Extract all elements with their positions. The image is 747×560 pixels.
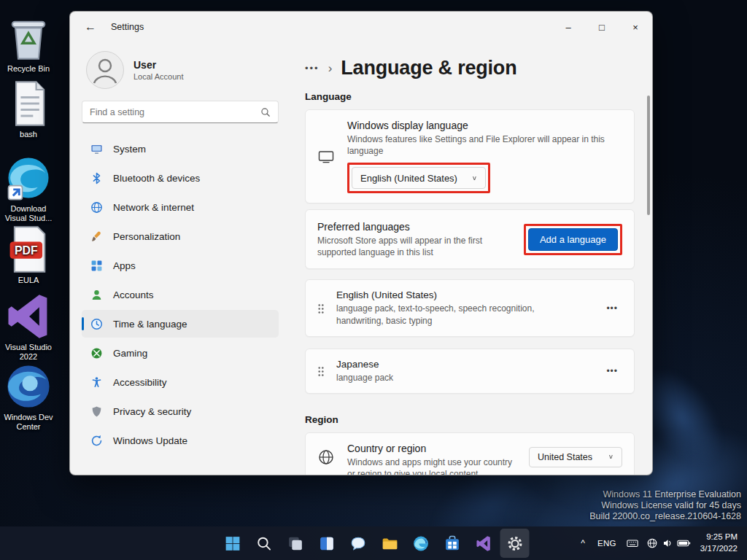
- breadcrumb: ••• › Language & region: [305, 57, 635, 79]
- titlebar: ← Settings – □ ×: [70, 12, 652, 42]
- touch-keyboard-button[interactable]: [623, 530, 642, 556]
- language-item-english: English (United States) language pack, t…: [305, 279, 635, 336]
- drag-handle-icon[interactable]: [317, 365, 324, 376]
- network-volume-battery-flyout[interactable]: [643, 530, 694, 556]
- network-icon: [646, 537, 658, 549]
- maximize-button[interactable]: □: [585, 12, 619, 42]
- search-input[interactable]: [90, 107, 260, 117]
- language-item-description: language pack: [336, 372, 393, 384]
- start-button[interactable]: [218, 529, 247, 558]
- svg-text:PDF: PDF: [15, 244, 38, 257]
- windows-logo-icon: [223, 534, 241, 553]
- taskbar-search-button[interactable]: [249, 529, 279, 558]
- visual-studio-button[interactable]: [469, 529, 498, 558]
- language-item-title: English (United States): [336, 289, 581, 300]
- window-title: Settings: [111, 22, 144, 32]
- microsoft-store-button[interactable]: [438, 529, 467, 558]
- browser-shortcut-icon: [2, 152, 55, 204]
- widgets-button[interactable]: [312, 529, 341, 558]
- sidebar-item-gaming[interactable]: Gaming: [82, 339, 279, 367]
- clock-icon: [90, 318, 103, 330]
- desktop-icon-recycle-bin[interactable]: Recycle Bin: [2, 12, 55, 74]
- desktop-icon-eula[interactable]: PDF EULA: [2, 223, 55, 285]
- chevron-down-icon: ∨: [608, 454, 614, 460]
- sidebar-item-label: Apps: [113, 260, 136, 271]
- desktop-icon-label: Download Visual Stud...: [5, 204, 53, 222]
- eval-watermark: Windows 11 Enterprise Evaluation Windows…: [589, 489, 741, 522]
- desktop-icon-bash[interactable]: bash: [2, 77, 55, 139]
- sidebar-item-personalization[interactable]: Personalization: [82, 222, 279, 250]
- sidebar-item-privacy-security[interactable]: Privacy & security: [82, 397, 279, 425]
- drag-handle-icon[interactable]: [317, 303, 324, 314]
- clock[interactable]: 9:25 PM 3/17/2022: [695, 532, 744, 554]
- card-description: Windows and apps might use your country …: [347, 456, 516, 475]
- sidebar-item-label: Accessibility: [113, 377, 167, 388]
- settings-window: ← Settings – □ × User Local Account: [69, 11, 653, 475]
- breadcrumb-ellipsis-button[interactable]: •••: [305, 63, 320, 74]
- display-icon: [317, 148, 335, 166]
- desktop-icon-download-visual-studio[interactable]: Download Visual Stud...: [2, 152, 55, 223]
- language-item-description: language pack, text-to-speech, speech re…: [336, 303, 581, 326]
- sidebar-item-label: Bluetooth & devices: [113, 173, 200, 184]
- desktop-icon-windows-dev-center[interactable]: Windows Dev Center: [2, 360, 55, 432]
- shield-icon: [90, 405, 103, 418]
- settings-nav: System Bluetooth & devices Network & int…: [82, 135, 279, 454]
- desktop-icon-visual-studio-2022[interactable]: Visual Studio 2022: [2, 290, 55, 362]
- close-button[interactable]: ×: [619, 12, 652, 42]
- xbox-icon: [90, 347, 103, 359]
- sidebar-item-label: Network & internet: [113, 202, 194, 213]
- sidebar-item-label: Windows Update: [113, 435, 187, 446]
- country-region-dropdown[interactable]: United States ∨: [529, 447, 622, 467]
- chevron-right-icon: ›: [328, 61, 333, 76]
- sidebar-item-network-internet[interactable]: Network & internet: [82, 193, 279, 221]
- watermark-line: Windows License valid for 45 days: [589, 500, 741, 511]
- text-file-icon: [2, 77, 55, 130]
- chat-button[interactable]: [344, 529, 373, 558]
- dropdown-value: United States: [538, 452, 592, 462]
- more-options-icon[interactable]: •••: [602, 363, 622, 379]
- sidebar-item-windows-update[interactable]: Windows Update: [82, 427, 279, 454]
- settings-content: ••• › Language & region Language Windows…: [289, 42, 652, 475]
- pdf-file-icon: PDF: [2, 223, 55, 276]
- add-a-language-button[interactable]: Add a language: [528, 228, 618, 251]
- display-language-dropdown[interactable]: English (United States) ∨: [352, 167, 486, 189]
- sidebar-item-accessibility[interactable]: Accessibility: [82, 368, 279, 396]
- sidebar-item-system[interactable]: System: [82, 135, 279, 163]
- show-hidden-icons-button[interactable]: ^: [575, 530, 591, 556]
- scrollbar[interactable]: [647, 96, 650, 215]
- user-account-type: Local Account: [133, 72, 184, 81]
- minimize-button[interactable]: –: [551, 12, 585, 42]
- taskbar: ^ ENG 9:25 PM 3/17/2022: [0, 526, 747, 560]
- sidebar-item-apps[interactable]: Apps: [82, 252, 279, 279]
- back-button[interactable]: ←: [77, 17, 104, 37]
- sidebar-item-accounts[interactable]: Accounts: [82, 281, 279, 308]
- bluetooth-icon: [90, 172, 103, 184]
- folder-icon: [380, 534, 398, 553]
- battery-icon: [677, 537, 691, 549]
- card-description: Windows features like Settings and File …: [347, 133, 622, 157]
- accessibility-icon: [90, 376, 103, 389]
- desktop-icon-label: Visual Studio 2022: [5, 343, 52, 361]
- sidebar-item-label: Time & language: [113, 319, 187, 330]
- card-title: Country or region: [347, 443, 516, 454]
- input-language-indicator[interactable]: ENG: [592, 530, 622, 556]
- account-summary[interactable]: User Local Account: [82, 45, 279, 101]
- sidebar-item-label: Privacy & security: [113, 406, 191, 417]
- sidebar-item-time-language[interactable]: Time & language: [82, 310, 279, 338]
- highlight-box-red: Add a language: [524, 224, 622, 255]
- file-explorer-button[interactable]: [375, 529, 404, 558]
- card-description: Microsoft Store apps will appear in the …: [317, 235, 513, 258]
- more-options-icon[interactable]: •••: [602, 300, 622, 316]
- task-view-button[interactable]: [281, 529, 310, 558]
- edge-button[interactable]: [406, 529, 436, 558]
- widgets-icon: [317, 534, 336, 553]
- taskbar-center: [218, 529, 530, 558]
- user-avatar: [86, 51, 124, 89]
- store-bag-icon: [443, 534, 461, 553]
- settings-button-active[interactable]: [500, 529, 530, 558]
- card-title: Preferred languages: [317, 221, 513, 233]
- apps-grid-icon: [90, 260, 103, 272]
- user-name: User: [133, 59, 184, 71]
- sidebar-item-bluetooth-devices[interactable]: Bluetooth & devices: [82, 164, 279, 192]
- desktop-icon-label: bash: [20, 130, 37, 139]
